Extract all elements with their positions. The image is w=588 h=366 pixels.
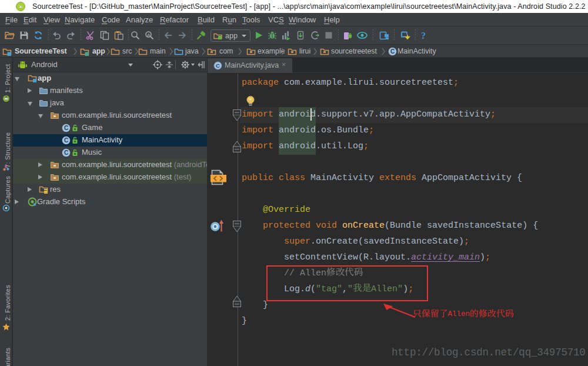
svg-text:C: C xyxy=(390,48,395,55)
svg-text:C: C xyxy=(216,62,220,69)
svg-text:C: C xyxy=(64,149,68,156)
svg-text:C: C xyxy=(64,125,68,131)
svg-text:C: C xyxy=(64,137,68,144)
svg-text:A: A xyxy=(147,32,151,38)
svg-text:?: ? xyxy=(421,31,426,40)
